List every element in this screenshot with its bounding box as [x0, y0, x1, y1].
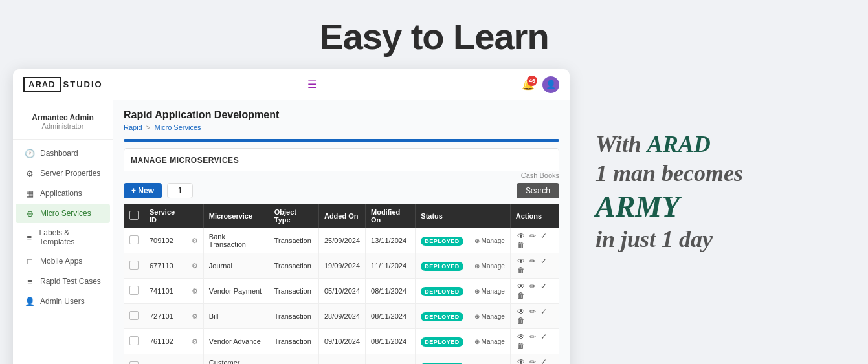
view-icon[interactable]: 👁	[517, 307, 525, 316]
row-service-id: 709102	[144, 228, 186, 253]
row-manage[interactable]: ⊕ Manage	[469, 329, 510, 354]
row-checkbox[interactable]	[124, 279, 144, 304]
tagline-with: With	[595, 131, 647, 157]
row-microservice: Customer Payment	[203, 354, 269, 365]
table-row: 727101 ⚙ Bill Transaction 28/09/2024 08/…	[124, 304, 559, 329]
edit-icon[interactable]: ✏	[529, 257, 536, 266]
sidebar-item-dashboard[interactable]: 🕐 Dashboard	[16, 144, 110, 163]
delete-icon[interactable]: 🗑	[517, 266, 525, 275]
notification-badge[interactable]: 🔔 46	[522, 78, 535, 91]
row-manage[interactable]: ⊕ Manage	[469, 228, 510, 253]
search-button[interactable]: Search	[517, 183, 559, 198]
view-icon[interactable]: 👁	[517, 231, 525, 241]
sidebar-item-applications[interactable]: ▦ Applications	[16, 184, 110, 203]
check-icon[interactable]: ✓	[540, 332, 547, 341]
dashboard-icon: 🕐	[25, 148, 35, 158]
view-icon[interactable]: 👁	[517, 358, 525, 364]
breadcrumb-parent[interactable]: Rapid	[124, 123, 142, 131]
row-manage[interactable]: ⊕ Manage	[469, 279, 510, 304]
gear-icon[interactable]: ⚙	[192, 287, 198, 295]
row-manage[interactable]: ⊕ Manage	[469, 354, 510, 365]
app-topbar: ARAD STUDIO ☰ 🔔 46 👤	[13, 69, 570, 100]
check-icon[interactable]: ✓	[540, 282, 547, 291]
hamburger-icon[interactable]: ☰	[307, 78, 317, 91]
manage-button[interactable]: ⊕ Manage	[474, 338, 505, 345]
check-icon[interactable]: ✓	[540, 231, 547, 241]
user-icon: 👤	[546, 80, 556, 89]
tagline-army: ARMY	[595, 190, 680, 223]
row-added-on: 05/10/2024	[318, 279, 365, 304]
row-status: DEPLOYED	[416, 354, 469, 365]
row-checkbox[interactable]	[124, 228, 144, 253]
row-modified-on: 08/11/2024	[366, 304, 416, 329]
col-object-type: Object Type	[269, 204, 318, 228]
delete-icon[interactable]: 🗑	[517, 341, 525, 350]
admin-icon: 👤	[25, 296, 35, 306]
labels-icon: ≡	[25, 232, 34, 242]
toolbar-row: + New Search	[124, 183, 559, 198]
row-modified-on: 13/11/2024	[366, 228, 416, 253]
gear-icon[interactable]: ⚙	[192, 337, 198, 345]
check-icon[interactable]: ✓	[540, 307, 547, 316]
delete-icon[interactable]: 🗑	[517, 291, 525, 300]
breadcrumb-current: Micro Services	[154, 123, 201, 131]
manage-button[interactable]: ⊕ Manage	[474, 313, 505, 320]
sidebar-item-server-properties[interactable]: ⚙ Server Properties	[16, 164, 110, 183]
sidebar-item-label: Admin Users	[40, 297, 85, 306]
delete-icon[interactable]: 🗑	[517, 241, 525, 250]
edit-icon[interactable]: ✏	[529, 332, 536, 341]
row-status: DEPLOYED	[416, 279, 469, 304]
row-modified-on: 08/11/2024	[366, 279, 416, 304]
row-added-on: 09/10/2024	[318, 329, 365, 354]
gear-icon[interactable]: ⚙	[192, 262, 198, 270]
delete-icon[interactable]: 🗑	[517, 316, 525, 325]
row-checkbox[interactable]	[124, 354, 144, 365]
page-title: Rapid Application Development	[124, 109, 559, 121]
edit-icon[interactable]: ✏	[529, 358, 536, 364]
row-gear: ⚙	[186, 304, 203, 329]
view-icon[interactable]: 👁	[517, 257, 525, 266]
row-microservice: Bank Transaction	[203, 228, 269, 253]
gear-icon[interactable]: ⚙	[192, 312, 198, 320]
page-number-input[interactable]	[167, 183, 193, 198]
sidebar-item-rapid-test-cases[interactable]: ≡ Rapid Test Cases	[16, 272, 110, 291]
sidebar-item-admin-users[interactable]: 👤 Admin Users	[16, 292, 110, 311]
edit-icon[interactable]: ✏	[529, 282, 536, 291]
edit-icon[interactable]: ✏	[529, 307, 536, 316]
check-icon[interactable]: ✓	[540, 257, 547, 266]
col-service-id: Service ID	[144, 204, 186, 228]
app-window: ARAD STUDIO ☰ 🔔 46 👤 Armantec Admin A	[13, 69, 570, 364]
row-checkbox[interactable]	[124, 304, 144, 329]
gear-icon[interactable]: ⚙	[192, 237, 198, 244]
row-actions: 👁 ✏ ✓ 🗑	[510, 253, 559, 279]
edit-icon[interactable]: ✏	[529, 231, 536, 241]
check-icon[interactable]: ✓	[540, 358, 547, 364]
row-checkbox[interactable]	[124, 329, 144, 354]
row-gear: ⚙	[186, 228, 203, 253]
row-manage[interactable]: ⊕ Manage	[469, 253, 510, 279]
tagline-line2: 1 man becomes	[595, 159, 836, 188]
row-service-id: 743101	[144, 354, 186, 365]
row-checkbox[interactable]	[124, 253, 144, 279]
manage-button[interactable]: ⊕ Manage	[474, 237, 505, 244]
test-icon: ≡	[25, 276, 35, 286]
row-status: DEPLOYED	[416, 253, 469, 279]
col-microservice: Microservice	[203, 204, 269, 228]
main-content: Rapid Application Development Rapid > Mi…	[113, 100, 570, 364]
sidebar-item-labels-templates[interactable]: ≡ Labels & Templates	[16, 224, 110, 251]
new-button[interactable]: + New	[124, 183, 162, 198]
col-checkbox[interactable]	[124, 204, 144, 228]
manage-button[interactable]: ⊕ Manage	[474, 262, 505, 270]
row-object-type: Transaction	[269, 253, 318, 279]
manage-button[interactable]: ⊕ Manage	[474, 288, 505, 295]
col-added-on: Added On	[318, 204, 365, 228]
sidebar-item-micro-services[interactable]: ⊕ Micro Services	[16, 204, 110, 223]
table-row: 677110 ⚙ Journal Transaction 19/09/2024 …	[124, 253, 559, 279]
avatar[interactable]: 👤	[542, 76, 559, 93]
sidebar-item-mobile-apps[interactable]: □ Mobile Apps	[16, 252, 110, 271]
row-manage[interactable]: ⊕ Manage	[469, 304, 510, 329]
hero-title: Easy to Learn	[0, 0, 868, 69]
view-icon[interactable]: 👁	[517, 282, 525, 291]
view-icon[interactable]: 👁	[517, 332, 525, 341]
table-row: 743101 ⚙ Customer Payment Transaction 05…	[124, 354, 559, 365]
